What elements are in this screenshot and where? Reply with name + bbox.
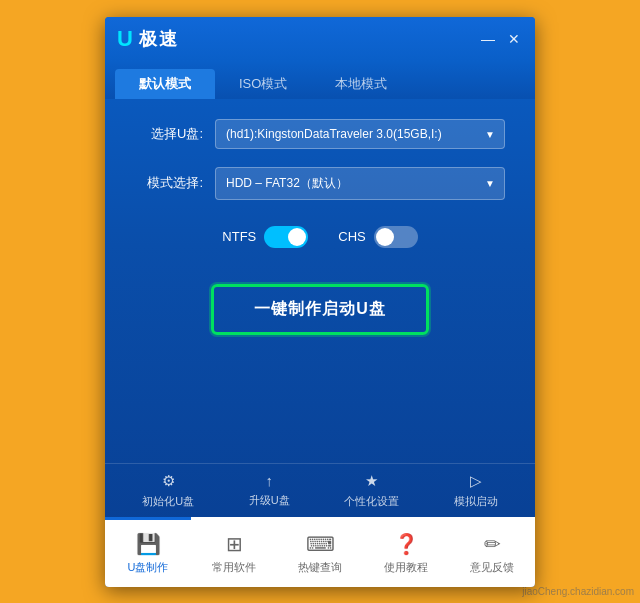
bottom-tab-hotkey[interactable]: ⌨ 热键查询 xyxy=(277,517,363,587)
ntfs-knob xyxy=(288,228,306,246)
sub-nav-personal[interactable]: ★ 个性化设置 xyxy=(344,472,399,509)
toggle-row: NTFS CHS xyxy=(135,226,505,248)
personal-label: 个性化设置 xyxy=(344,494,399,509)
init-icon: ⚙ xyxy=(162,472,175,490)
sub-nav-simulate[interactable]: ▷ 模拟启动 xyxy=(454,472,498,509)
minimize-button[interactable]: — xyxy=(479,31,497,47)
ntfs-label: NTFS xyxy=(222,229,256,244)
close-button[interactable]: ✕ xyxy=(505,31,523,47)
hotkey-icon: ⌨ xyxy=(306,532,335,556)
site-watermark: jiaoCheng.chazidian.com xyxy=(522,586,634,597)
upgrade-icon: ↑ xyxy=(265,472,273,489)
bottom-tab-tutorial[interactable]: ❓ 使用教程 xyxy=(363,517,449,587)
tutorial-label: 使用教程 xyxy=(384,560,428,575)
app-window: U 极速 — ✕ 默认模式 ISO模式 本地模式 选择U盘: (hd1):Kin… xyxy=(105,17,535,587)
drive-select[interactable]: (hd1):KingstonDataTraveler 3.0(15GB,I:) xyxy=(215,119,505,149)
udisk-icon: 💾 xyxy=(136,532,161,556)
tab-bar: 默认模式 ISO模式 本地模式 xyxy=(105,61,535,99)
simulate-label: 模拟启动 xyxy=(454,494,498,509)
chs-toggle[interactable] xyxy=(374,226,418,248)
logo-u-icon: U xyxy=(117,28,133,50)
title-bar: U 极速 — ✕ xyxy=(105,17,535,61)
sub-nav-upgrade[interactable]: ↑ 升级U盘 xyxy=(249,472,290,509)
action-btn-wrapper: 一键制作启动U盘 xyxy=(135,284,505,335)
feedback-label: 意见反馈 xyxy=(470,560,514,575)
udisk-label: U盘制作 xyxy=(128,560,169,575)
software-label: 常用软件 xyxy=(212,560,256,575)
upgrade-label: 升级U盘 xyxy=(249,493,290,508)
personal-icon: ★ xyxy=(365,472,378,490)
sub-nav: ⚙ 初始化U盘 ↑ 升级U盘 ★ 个性化设置 ▷ 模拟启动 xyxy=(105,463,535,517)
drive-row: 选择U盘: (hd1):KingstonDataTraveler 3.0(15G… xyxy=(135,119,505,149)
bottom-bar: 💾 U盘制作 ⊞ 常用软件 ⌨ 热键查询 ❓ 使用教程 ✏ 意见反馈 xyxy=(105,517,535,587)
chs-label: CHS xyxy=(338,229,365,244)
ntfs-toggle[interactable] xyxy=(264,226,308,248)
software-icon: ⊞ xyxy=(226,532,243,556)
bottom-tab-udisk[interactable]: 💾 U盘制作 xyxy=(105,517,191,587)
feedback-icon: ✏ xyxy=(484,532,501,556)
bottom-tab-software[interactable]: ⊞ 常用软件 xyxy=(191,517,277,587)
mode-select-wrapper: HDD – FAT32（默认） xyxy=(215,167,505,200)
logo-text: 极速 xyxy=(139,27,179,51)
drive-select-wrapper: (hd1):KingstonDataTraveler 3.0(15GB,I:) xyxy=(215,119,505,149)
tutorial-icon: ❓ xyxy=(394,532,419,556)
hotkey-label: 热键查询 xyxy=(298,560,342,575)
make-boot-usb-button[interactable]: 一键制作启动U盘 xyxy=(211,284,429,335)
bottom-tab-feedback[interactable]: ✏ 意见反馈 xyxy=(449,517,535,587)
mode-label: 模式选择: xyxy=(135,174,203,192)
title-controls: — ✕ xyxy=(479,31,523,47)
init-label: 初始化U盘 xyxy=(142,494,194,509)
sub-nav-init[interactable]: ⚙ 初始化U盘 xyxy=(142,472,194,509)
ntfs-group: NTFS xyxy=(222,226,308,248)
title-logo: U 极速 xyxy=(117,27,179,51)
mode-row: 模式选择: HDD – FAT32（默认） xyxy=(135,167,505,200)
tab-iso[interactable]: ISO模式 xyxy=(215,69,311,99)
simulate-icon: ▷ xyxy=(470,472,482,490)
chs-group: CHS xyxy=(338,226,417,248)
outer-wrapper: U 极速 — ✕ 默认模式 ISO模式 本地模式 选择U盘: (hd1):Kin… xyxy=(0,0,640,603)
chs-knob xyxy=(376,228,394,246)
drive-label: 选择U盘: xyxy=(135,125,203,143)
tab-default[interactable]: 默认模式 xyxy=(115,69,215,99)
main-content: 选择U盘: (hd1):KingstonDataTraveler 3.0(15G… xyxy=(105,99,535,463)
mode-select[interactable]: HDD – FAT32（默认） xyxy=(215,167,505,200)
tab-local[interactable]: 本地模式 xyxy=(311,69,411,99)
